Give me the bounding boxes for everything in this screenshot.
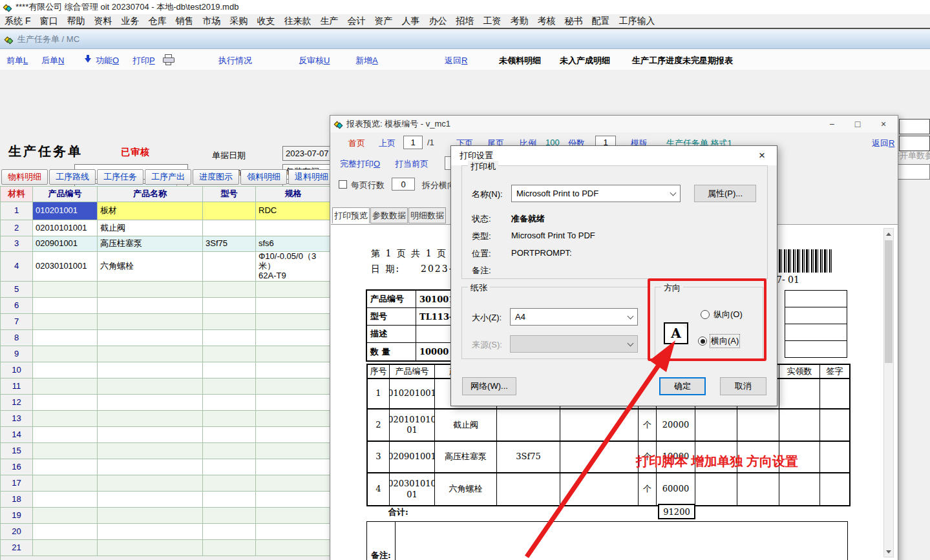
- table-cell[interactable]: [256, 298, 330, 314]
- table-cell[interactable]: 1: [1, 202, 33, 220]
- scrollbar-thumb[interactable]: [885, 240, 893, 363]
- menu-item[interactable]: 业务: [116, 14, 143, 28]
- table-cell[interactable]: 16: [1, 459, 33, 475]
- table-cell[interactable]: 3Sf75: [203, 236, 256, 252]
- tab-6[interactable]: 领料明细: [240, 169, 287, 185]
- back-link[interactable]: 返回R: [872, 138, 894, 149]
- properties-button[interactable]: 属性(P)...: [694, 185, 756, 202]
- table-cell[interactable]: [203, 427, 256, 443]
- table-cell[interactable]: [256, 314, 330, 330]
- form-field-partial[interactable]: [899, 119, 930, 134]
- table-cell[interactable]: [33, 443, 98, 459]
- menu-item[interactable]: 配置: [587, 14, 614, 28]
- table-cell[interactable]: [256, 379, 330, 395]
- paper-size-select[interactable]: A4: [510, 308, 638, 326]
- table-cell[interactable]: [98, 346, 203, 362]
- table-cell[interactable]: 020901001: [33, 236, 98, 252]
- network-button[interactable]: 网络(W)...: [462, 377, 516, 395]
- table-cell[interactable]: [203, 379, 256, 395]
- table-cell[interactable]: 六角螺栓: [98, 252, 203, 282]
- table-cell[interactable]: [33, 524, 98, 540]
- table-cell[interactable]: [98, 282, 203, 298]
- tab-4[interactable]: 工序产出: [145, 169, 191, 185]
- table-cell[interactable]: [33, 330, 98, 346]
- table-cell[interactable]: [203, 346, 256, 362]
- table-cell[interactable]: 10: [1, 362, 33, 379]
- table-cell[interactable]: 02030101001: [33, 252, 98, 282]
- menu-item[interactable]: 往来款: [279, 14, 315, 28]
- menu-item[interactable]: 工序输入: [614, 14, 659, 28]
- table-cell[interactable]: [98, 330, 203, 346]
- table-cell[interactable]: [203, 459, 256, 475]
- table-cell[interactable]: 板材: [98, 202, 203, 220]
- table-cell[interactable]: [98, 314, 203, 330]
- table-cell[interactable]: 17: [1, 475, 33, 492]
- menu-item[interactable]: 窗口: [35, 14, 62, 28]
- table-cell[interactable]: [33, 362, 98, 379]
- menu-item[interactable]: 考核: [533, 14, 560, 28]
- table-cell[interactable]: 19: [1, 508, 33, 524]
- menu-item[interactable]: 人事: [397, 14, 424, 28]
- tab-2[interactable]: 工序路线: [49, 169, 96, 185]
- table-cell[interactable]: [256, 362, 330, 379]
- table-cell[interactable]: [98, 411, 203, 427]
- table-cell[interactable]: [33, 379, 98, 395]
- table-cell[interactable]: 2: [1, 220, 33, 236]
- menu-item[interactable]: 考勤: [505, 14, 533, 28]
- menu-item[interactable]: 生产: [315, 14, 343, 28]
- table-cell[interactable]: [203, 298, 256, 314]
- table-cell[interactable]: 15: [1, 443, 33, 459]
- table-cell[interactable]: [98, 395, 203, 411]
- table-cell[interactable]: [98, 459, 203, 475]
- table-cell[interactable]: [203, 220, 256, 236]
- table-cell[interactable]: [256, 395, 330, 411]
- table-cell[interactable]: 010201001: [33, 202, 98, 220]
- table-cell[interactable]: [33, 282, 98, 298]
- table-cell[interactable]: sfs6: [256, 236, 330, 252]
- tab-3[interactable]: 工序任务: [97, 169, 143, 185]
- menu-item[interactable]: 帮助: [62, 14, 89, 28]
- table-cell[interactable]: [98, 443, 203, 459]
- toolbar-report-link[interactable]: 未领料明细: [499, 55, 541, 67]
- table-cell[interactable]: [203, 252, 256, 282]
- toolbar-link[interactable]: 返回R: [445, 55, 467, 67]
- toolbar-link[interactable]: 打印P: [132, 55, 155, 67]
- table-cell[interactable]: 21: [1, 540, 33, 556]
- table-cell[interactable]: [203, 282, 256, 298]
- toolbar-link[interactable]: 前单L: [6, 55, 28, 67]
- table-cell[interactable]: [203, 492, 256, 508]
- table-cell[interactable]: [33, 395, 98, 411]
- cancel-button[interactable]: 取消: [720, 377, 766, 395]
- printer-icon[interactable]: [163, 54, 174, 65]
- table-cell[interactable]: [33, 540, 98, 556]
- table-cell[interactable]: 13: [1, 411, 33, 427]
- table-cell[interactable]: 02010101001: [33, 220, 98, 236]
- table-cell[interactable]: [203, 443, 256, 459]
- table-cell[interactable]: 14: [1, 427, 33, 443]
- table-cell[interactable]: 3: [1, 236, 33, 252]
- table-cell[interactable]: [203, 330, 256, 346]
- table-cell[interactable]: 7: [1, 314, 33, 330]
- menu-item[interactable]: 系统 F: [0, 14, 35, 28]
- toolbar-report-link[interactable]: 未入产成明细: [560, 55, 610, 67]
- tab-1[interactable]: 物料明细: [1, 169, 48, 185]
- portrait-radio[interactable]: 纵向(O): [701, 309, 743, 320]
- menu-item[interactable]: 销售: [171, 14, 198, 28]
- minimize-icon[interactable]: −: [819, 116, 845, 132]
- table-cell[interactable]: [98, 379, 203, 395]
- table-cell[interactable]: 12: [1, 395, 33, 411]
- close-icon[interactable]: ×: [871, 116, 896, 132]
- table-cell[interactable]: [33, 508, 98, 524]
- table-cell[interactable]: [33, 298, 98, 314]
- maximize-icon[interactable]: □: [845, 116, 871, 132]
- table-cell[interactable]: [33, 314, 98, 330]
- page-number-input[interactable]: [403, 136, 423, 149]
- ok-button[interactable]: 确定: [659, 377, 706, 395]
- preview-tab[interactable]: 打印预览: [332, 207, 370, 223]
- toolbar-link[interactable]: 反审核U: [299, 55, 330, 67]
- toolbar-link[interactable]: 执行情况: [218, 55, 252, 67]
- table-cell[interactable]: [98, 492, 203, 508]
- table-cell[interactable]: Φ10/-0.05/0（3米） 62A-T9: [256, 252, 330, 282]
- table-cell[interactable]: [256, 427, 330, 443]
- table-cell[interactable]: 6: [1, 298, 33, 314]
